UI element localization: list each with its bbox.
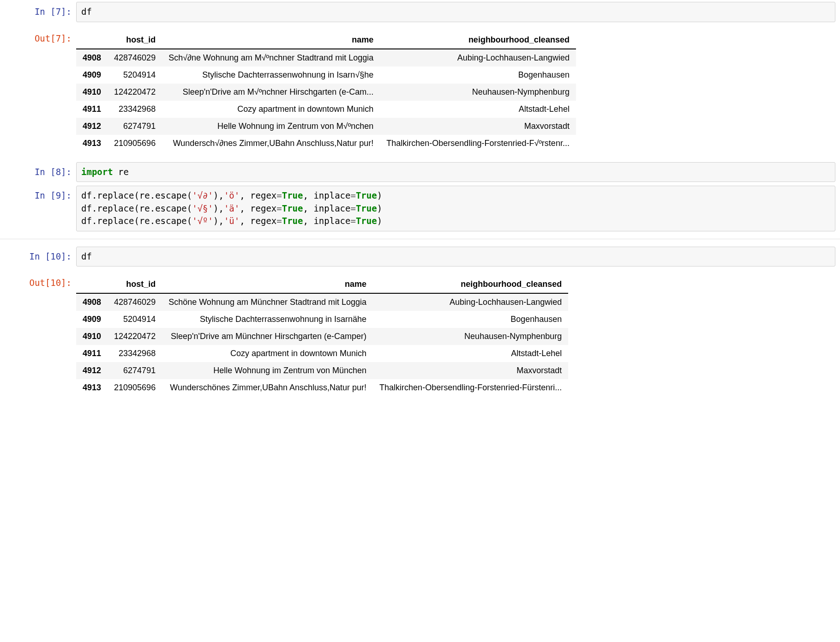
table-cell: 428746029 <box>108 49 162 67</box>
code-token: = <box>276 216 282 226</box>
table-cell: Cozy apartment in downtown Munich <box>162 345 373 362</box>
code-input[interactable]: import re <box>76 162 835 182</box>
output-cell: Out[7]: host_idnameneighbourhood_cleanse… <box>0 29 840 158</box>
table-cell: 210905696 <box>108 135 162 152</box>
code-token: True <box>282 190 303 200</box>
table-row-index: 4913 <box>76 135 108 152</box>
table-column-header: neighbourhood_cleansed <box>380 31 576 49</box>
dataframe-output: host_idnameneighbourhood_cleansed4908428… <box>76 31 576 152</box>
code-token: df.replace(re.escape( <box>81 190 192 200</box>
code-cell[interactable]: In [9]: df.replace(re.escape('√∂'),'ö', … <box>0 186 840 231</box>
table-cell: 124220472 <box>108 328 162 345</box>
code-token: '√∂' <box>192 190 213 200</box>
code-cell[interactable]: In [10]: df <box>0 247 840 267</box>
table-row: 4910124220472Sleep'n'Drive am Münchner H… <box>76 328 568 345</box>
input-prompt: In [10]: <box>0 247 76 263</box>
code-input[interactable]: df.replace(re.escape('√∂'),'ö', regex=Tr… <box>76 186 835 231</box>
code-token: ), <box>213 203 224 213</box>
code-cell[interactable]: In [8]: import re <box>0 162 840 182</box>
table-cell: Stylische Dachterrassenwohnung in Isarn√… <box>162 67 380 84</box>
code-token: 'ä' <box>224 203 240 213</box>
table-cell: Sch√∂ne Wohnung am M√ºnchner Stadtrand m… <box>162 49 380 67</box>
table-row: 49126274791Helle Wohnung im Zentrum von … <box>76 118 576 135</box>
table-cell: Thalkirchen-Obersendling-Forstenried-F√º… <box>380 135 576 152</box>
table-cell: 6274791 <box>108 118 162 135</box>
table-cell: Aubing-Lochhausen-Langwied <box>373 293 568 311</box>
table-row-index: 4911 <box>76 101 108 118</box>
table-column-header: neighbourhood_cleansed <box>373 276 568 293</box>
table-row-index: 4908 <box>76 293 108 311</box>
code-token: = <box>276 190 282 200</box>
input-prompt: In [8]: <box>0 162 76 178</box>
input-prompt: In [7]: <box>0 2 76 18</box>
code-token: , regex <box>240 203 276 213</box>
table-cell: Schöne Wohnung am Münchner Stadtrand mit… <box>162 293 373 311</box>
table-cell: Bogenhausen <box>373 311 568 328</box>
table-cell: 210905696 <box>108 379 162 396</box>
table-row-index: 4909 <box>76 67 108 84</box>
code-token: ) <box>377 216 382 226</box>
code-token: True <box>356 203 377 213</box>
table-row: 4913210905696Wunderschönes Zimmer,UBahn … <box>76 379 568 396</box>
code-token: '√º' <box>192 216 213 226</box>
code-token: , regex <box>240 190 276 200</box>
table-cell: Wundersch√∂nes Zimmer,UBahn Anschluss,Na… <box>162 135 380 152</box>
output-prompt: Out[10]: <box>0 273 76 289</box>
table-row: 49095204914Stylische Dachterrassenwohnun… <box>76 67 576 84</box>
code-token: ), <box>213 190 224 200</box>
code-token: , regex <box>240 216 276 226</box>
table-cell: Sleep'n'Drive am Münchner Hirschgarten (… <box>162 328 373 345</box>
code-token: '√§' <box>192 203 213 213</box>
table-cell: 124220472 <box>108 84 162 101</box>
code-token: re <box>113 167 129 177</box>
code-input[interactable]: df <box>76 2 835 22</box>
table-row-index: 4912 <box>76 362 108 379</box>
table-cell: Helle Wohnung im Zentrum von M√ºnchen <box>162 118 380 135</box>
table-row: 491123342968Cozy apartment in downtown M… <box>76 101 576 118</box>
code-token: 'ö' <box>224 190 240 200</box>
code-cell[interactable]: In [7]: df <box>0 2 840 22</box>
table-cell: Cozy apartment in downtown Munich <box>162 101 380 118</box>
table-row-index: 4909 <box>76 311 108 328</box>
code-token: df.replace(re.escape( <box>81 216 192 226</box>
table-column-header: host_id <box>108 276 162 293</box>
table-cell: Maxvorstadt <box>380 118 576 135</box>
table-row-index: 4908 <box>76 49 108 67</box>
table-cell: 428746029 <box>108 293 162 311</box>
code-token: ) <box>377 190 382 200</box>
table-row-index: 4910 <box>76 328 108 345</box>
table-cell: Aubing-Lochhausen-Langwied <box>380 49 576 67</box>
code-token: True <box>356 190 377 200</box>
input-prompt: In [9]: <box>0 186 76 202</box>
table-cell: Neuhausen-Nymphenburg <box>373 328 568 345</box>
table-cell: 23342968 <box>108 345 162 362</box>
dataframe-output: host_idnameneighbourhood_cleansed4908428… <box>76 276 568 396</box>
code-token: True <box>356 216 377 226</box>
cell-separator <box>0 239 840 239</box>
code-token: = <box>350 203 355 213</box>
table-corner <box>76 31 108 49</box>
table-cell: Sleep'n'Drive am M√ºnchner Hirschgarten … <box>162 84 380 101</box>
table-cell: Helle Wohnung im Zentrum von München <box>162 362 373 379</box>
output-area: host_idnameneighbourhood_cleansed4908428… <box>76 273 840 403</box>
table-row-index: 4911 <box>76 345 108 362</box>
code-token: ), <box>213 216 224 226</box>
code-input[interactable]: df <box>76 247 835 267</box>
table-column-header: host_id <box>108 31 162 49</box>
table-row-index: 4912 <box>76 118 108 135</box>
code-token: True <box>282 203 303 213</box>
code-token: 'ü' <box>224 216 240 226</box>
output-area: host_idnameneighbourhood_cleansed4908428… <box>76 29 840 158</box>
code-token: , inplace <box>303 190 351 200</box>
table-row: 49095204914Stylische Dachterrassenwohnun… <box>76 311 568 328</box>
table-corner <box>76 276 108 293</box>
code-token: = <box>276 203 282 213</box>
table-cell: 5204914 <box>108 311 162 328</box>
table-cell: 6274791 <box>108 362 162 379</box>
table-cell: 5204914 <box>108 67 162 84</box>
table-row: 49126274791Helle Wohnung im Zentrum von … <box>76 362 568 379</box>
table-row: 491123342968Cozy apartment in downtown M… <box>76 345 568 362</box>
table-cell: Thalkirchen-Obersendling-Forstenried-Für… <box>373 379 568 396</box>
table-row-index: 4910 <box>76 84 108 101</box>
table-cell: 23342968 <box>108 101 162 118</box>
